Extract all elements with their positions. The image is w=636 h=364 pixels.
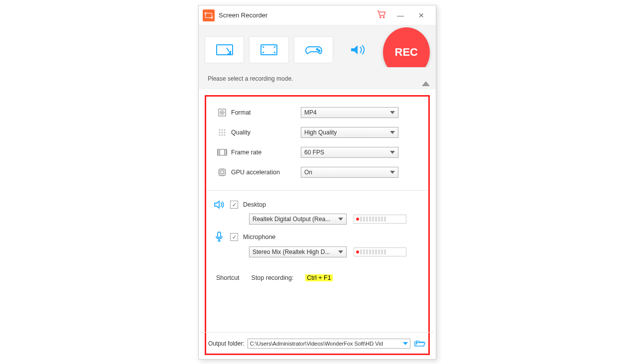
quality-select[interactable]: High Quality [301, 127, 398, 138]
svg-point-13 [221, 131, 223, 133]
desktop-label: Desktop [243, 201, 266, 208]
mic-device-select[interactable]: Stereo Mix (Realtek High D... [249, 246, 347, 257]
chevron-down-icon [338, 218, 343, 221]
svg-rect-20 [221, 171, 224, 174]
svg-point-7 [220, 111, 224, 115]
mode-game-button[interactable] [294, 36, 333, 63]
chevron-down-icon [390, 171, 395, 174]
svg-point-17 [224, 134, 225, 135]
chevron-down-icon [390, 151, 395, 154]
svg-point-14 [224, 131, 225, 133]
svg-point-15 [219, 134, 220, 135]
output-folder-label: Output folder: [208, 340, 245, 347]
framerate-select[interactable]: 60 FPS [301, 147, 398, 158]
speaker-icon [213, 200, 225, 210]
desktop-device-select[interactable]: Realtek Digital Output (Rea... [249, 214, 347, 225]
svg-point-0 [380, 16, 381, 17]
svg-point-11 [224, 129, 225, 130]
mode-fullscreen-button[interactable] [249, 36, 288, 63]
svg-point-8 [222, 112, 223, 114]
svg-rect-21 [218, 232, 221, 238]
divider [200, 332, 434, 333]
mic-label: Microphone [243, 234, 275, 241]
footer: Output folder: C:\Users\Administrator\Vi… [206, 332, 428, 349]
quality-label: Quality [231, 129, 301, 136]
svg-point-1 [383, 16, 384, 17]
gpu-label: GPU acceleration [231, 169, 301, 176]
mode-row: REC [199, 25, 436, 67]
svg-point-5 [318, 50, 320, 52]
mic-audio-meter [354, 247, 406, 256]
chevron-down-icon [390, 131, 395, 134]
row-gpu: GPU acceleration On [213, 163, 421, 181]
settings-panel: Format MP4 Quality High Quality Frame ra… [205, 95, 430, 355]
chevron-down-icon [338, 250, 343, 253]
divider [206, 190, 428, 191]
svg-point-4 [316, 49, 318, 50]
desktop-audio-block: ✓ Desktop Realtek Digital Output (Rea... [213, 200, 421, 225]
format-icon [213, 108, 231, 117]
row-format: Format MP4 [213, 104, 421, 121]
open-folder-button[interactable] [413, 339, 426, 348]
gpu-icon [213, 168, 231, 177]
app-title: Screen Recorder [219, 11, 267, 19]
collapse-icon[interactable] [422, 81, 430, 86]
row-framerate: Frame rate 60 FPS [213, 143, 421, 161]
hint-text: Please select a recording mode. [208, 75, 293, 82]
row-quality: Quality High Quality [213, 123, 421, 141]
shortcut-key: Ctrl + F1 [305, 274, 332, 281]
desktop-checkbox[interactable]: ✓ [230, 201, 238, 209]
record-label: REC [395, 46, 418, 59]
svg-point-9 [219, 129, 220, 130]
framerate-icon [213, 148, 231, 156]
shortcut-label: Shortcut [216, 274, 240, 281]
svg-rect-19 [219, 169, 225, 175]
chevron-down-icon [390, 111, 395, 114]
stop-recording-label: Stop recording: [252, 274, 294, 281]
minimize-button[interactable]: — [390, 5, 411, 25]
mode-region-button[interactable] [205, 36, 244, 63]
svg-point-12 [219, 131, 220, 133]
hint-row: Please select a recording mode. [199, 67, 436, 89]
app-window: Screen Recorder — ✕ REC Please select a … [198, 5, 436, 360]
microphone-icon [213, 232, 225, 243]
cart-icon[interactable] [373, 8, 390, 22]
mic-checkbox[interactable]: ✓ [230, 233, 238, 241]
gpu-select[interactable]: On [301, 167, 398, 178]
mic-audio-block: ✓ Microphone Stereo Mix (Realtek High D.… [213, 232, 421, 257]
shortcut-row: Shortcut Stop recording: Ctrl + F1 [213, 264, 421, 284]
format-label: Format [231, 109, 301, 116]
format-select[interactable]: MP4 [301, 107, 398, 118]
chevron-down-icon [403, 342, 408, 345]
svg-rect-3 [261, 45, 277, 55]
quality-icon [213, 128, 231, 137]
framerate-label: Frame rate [231, 149, 301, 156]
desktop-audio-meter [354, 215, 406, 224]
mode-audio-button[interactable] [338, 36, 378, 63]
svg-point-16 [221, 134, 223, 135]
output-folder-select[interactable]: C:\Users\Administrator\Videos\WonderFox … [248, 339, 410, 349]
svg-point-10 [221, 129, 223, 130]
svg-rect-6 [219, 109, 226, 116]
titlebar: Screen Recorder — ✕ [199, 5, 436, 25]
app-logo-icon [203, 9, 215, 21]
close-button[interactable]: ✕ [411, 5, 432, 25]
